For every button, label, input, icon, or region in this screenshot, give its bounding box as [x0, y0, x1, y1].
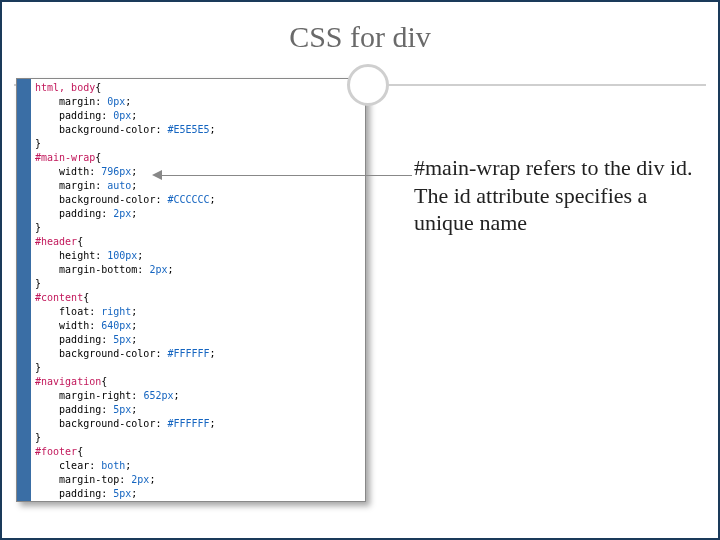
code-line: }: [35, 361, 361, 375]
code-line: background-color: #FFFFFF;: [35, 347, 361, 361]
arrow-head-icon: [152, 170, 162, 180]
code-line: #header{: [35, 235, 361, 249]
code-line: padding: 5px;: [35, 333, 361, 347]
code-line: #footer{: [35, 445, 361, 459]
code-lines: html, body{ margin: 0px; padding: 0px; b…: [35, 81, 361, 502]
code-line: }: [35, 137, 361, 151]
code-line: width: 640px;: [35, 319, 361, 333]
code-line: margin-top: 2px;: [35, 473, 361, 487]
gutter: [17, 79, 31, 501]
annotation-line1: #main-wrap refers to the div id.: [414, 155, 693, 180]
code-line: }: [35, 277, 361, 291]
annotation-text: #main-wrap refers to the div id. The id …: [414, 154, 694, 237]
code-line: html, body{: [35, 81, 361, 95]
code-line: #content{: [35, 291, 361, 305]
annotation-line2: The id attribute specifies a unique name: [414, 183, 647, 236]
code-line: margin-bottom: 2px;: [35, 263, 361, 277]
code-line: background-color: #E5E5E5;: [35, 123, 361, 137]
code-line: margin: auto;: [35, 179, 361, 193]
code-line: background-color: #FFFFFF;: [35, 501, 361, 502]
code-line: float: right;: [35, 305, 361, 319]
slide: CSS for div html, body{ margin: 0px; pad…: [0, 0, 720, 540]
code-line: clear: both;: [35, 459, 361, 473]
slide-title: CSS for div: [2, 20, 718, 54]
code-panel: html, body{ margin: 0px; padding: 0px; b…: [16, 78, 366, 502]
arrow-line: [160, 175, 412, 176]
code-line: padding: 5px;: [35, 403, 361, 417]
code-line: padding: 5px;: [35, 487, 361, 501]
code-line: background-color: #CCCCCC;: [35, 193, 361, 207]
code-line: padding: 0px;: [35, 109, 361, 123]
ring-decoration: [347, 64, 389, 106]
code-line: #main-wrap{: [35, 151, 361, 165]
code-line: margin-right: 652px;: [35, 389, 361, 403]
code-line: }: [35, 431, 361, 445]
code-line: }: [35, 221, 361, 235]
code-line: width: 796px;: [35, 165, 361, 179]
code-line: height: 100px;: [35, 249, 361, 263]
code-line: #navigation{: [35, 375, 361, 389]
code-line: background-color: #FFFFFF;: [35, 417, 361, 431]
code-line: margin: 0px;: [35, 95, 361, 109]
code-line: padding: 2px;: [35, 207, 361, 221]
